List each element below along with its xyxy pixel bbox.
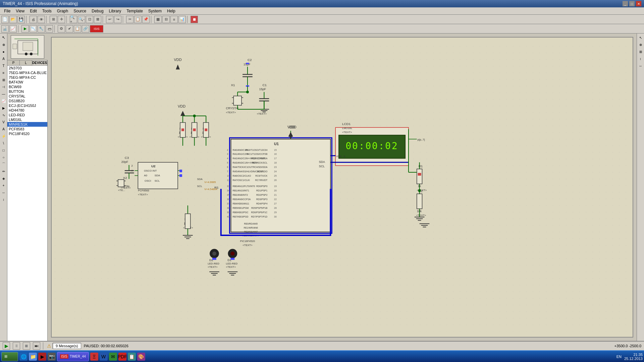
menu-file[interactable]: File <box>1 8 13 14</box>
rt-btn5[interactable]: ↔ <box>637 62 644 69</box>
preview-btn[interactable]: 👁 <box>38 16 45 23</box>
taskbar-isis[interactable]: ISIS TIMER_44 <box>57 352 89 361</box>
menu-edit[interactable]: Edit <box>27 8 40 14</box>
graph-tool[interactable]: 📈 <box>0 98 7 104</box>
wire-btn[interactable]: ⊟ <box>162 16 170 23</box>
device-hd44780[interactable]: HD44780 <box>7 108 47 113</box>
line-tool[interactable]: \ <box>0 140 7 146</box>
tab-p[interactable]: P <box>7 60 20 65</box>
menu-source[interactable]: Source <box>71 8 89 14</box>
start-button[interactable]: ⊞ <box>1 352 18 361</box>
cut-btn[interactable]: ✂ <box>126 16 133 23</box>
bom-btn[interactable]: 📋 <box>74 25 81 33</box>
run-btn[interactable]: ▶ <box>21 25 29 33</box>
taskbar-camera[interactable]: 📷 <box>48 353 56 361</box>
zoomout-btn[interactable]: 🔍- <box>78 16 85 23</box>
taskbar-mail[interactable]: ✉ <box>109 353 117 361</box>
schematic-canvas[interactable]: VDD C2 15pF C1 15pF <box>51 37 633 338</box>
menu-system[interactable]: System <box>146 8 164 14</box>
component-tool[interactable]: ⊕ <box>0 41 7 48</box>
label-tool[interactable]: A <box>0 55 7 62</box>
device-minres1k[interactable]: MINRES1K <box>7 122 47 127</box>
menu-help[interactable]: Help <box>164 8 178 14</box>
grid-btn[interactable]: ⊞ <box>50 16 57 23</box>
prop-btn[interactable]: ⚙ <box>58 25 65 33</box>
gen-tool[interactable]: ∿ <box>0 112 7 118</box>
select-tool[interactable]: ↖ <box>0 34 7 41</box>
paste-btn[interactable]: 📌 <box>142 16 150 23</box>
block-btn[interactable]: ▦ <box>154 16 162 23</box>
pcb-btn[interactable]: ISIS <box>90 25 103 33</box>
new-btn[interactable]: 📄 <box>1 16 9 23</box>
device-ds18b20[interactable]: DS18B20 <box>7 99 47 103</box>
step-button[interactable]: ⏭ <box>33 342 40 350</box>
save-btn[interactable]: 💾 <box>17 16 25 23</box>
device-ecj[interactable]: ECJ-(EC1H150J <box>7 103 47 108</box>
titlebar-controls[interactable]: _ □ ✕ <box>623 1 641 6</box>
box-tool[interactable]: □ <box>0 147 7 154</box>
taskbar-app2[interactable]: 📋 <box>128 353 136 361</box>
path-tool[interactable]: ✏ <box>0 168 7 175</box>
rt-btn3[interactable]: ⊞ <box>637 48 644 55</box>
mirrory-tool[interactable]: ↕ <box>0 196 7 203</box>
rt-btn1[interactable]: ↖ <box>637 34 644 41</box>
vcd-btn[interactable]: 📉 <box>30 25 37 33</box>
compile-btn[interactable]: ◼ <box>191 16 198 23</box>
device-bcw69[interactable]: BCW69 <box>7 84 47 89</box>
sim-btn[interactable]: 🔧 <box>38 25 45 33</box>
taskbar-ie[interactable]: 🌐 <box>19 353 28 361</box>
rt-btn4[interactable]: ↕ <box>637 55 644 62</box>
redo-btn[interactable]: ↪ <box>114 16 121 23</box>
device-pic18f4520[interactable]: PIC18F4520 <box>7 131 47 136</box>
device-led-red[interactable]: LED-RED <box>7 113 47 117</box>
sym-tool[interactable]: ◈ <box>0 175 7 182</box>
device-button[interactable]: BUTTON <box>7 89 47 94</box>
device-bat43w[interactable]: BAT43W <box>7 80 47 84</box>
volt-tool[interactable]: V <box>0 119 7 125</box>
device-2n3703[interactable]: 2N3703 <box>7 66 47 70</box>
play-button[interactable]: ▶ <box>3 342 10 350</box>
menu-library[interactable]: Library <box>106 8 124 14</box>
taskbar-explorer[interactable]: 📁 <box>29 353 37 361</box>
excel-btn[interactable]: 🗃 <box>46 25 53 33</box>
circle-tool[interactable]: ○ <box>0 154 7 161</box>
drc-btn[interactable]: ✔ <box>66 25 73 33</box>
menu-template[interactable]: Template <box>124 8 146 14</box>
zoomfit-btn[interactable]: ⊡ <box>86 16 93 23</box>
menu-graph[interactable]: Graph <box>54 8 71 14</box>
zoomarea-btn[interactable]: ⊠ <box>94 16 101 23</box>
bus-btn[interactable]: ≡ <box>170 16 178 23</box>
bus-tool[interactable]: ≡ <box>0 69 7 76</box>
junction-tool[interactable]: ● <box>0 48 7 55</box>
schematic-area[interactable]: VDD C2 15pF C1 15pF <box>48 34 637 341</box>
taskbar-pdf[interactable]: PDF <box>118 353 126 361</box>
tab-l[interactable]: L <box>20 60 32 65</box>
netexp-btn[interactable]: 🔗 <box>82 25 89 33</box>
device-75eg-mpx4-ca[interactable]: 75EG-MPX4-CA-BLUE <box>7 70 47 75</box>
menu-debug[interactable]: Debug <box>89 8 106 14</box>
tab-devices[interactable]: DEVICES <box>32 60 47 65</box>
message-count[interactable]: 9 Message(s) <box>53 343 81 349</box>
pause-button[interactable]: ⏸ <box>13 342 20 350</box>
copy-btn[interactable]: 📋 <box>134 16 142 23</box>
taskbar-word[interactable]: W <box>100 353 108 361</box>
print-btn[interactable]: 🖨 <box>30 16 37 23</box>
arc-tool[interactable]: ⌒ <box>0 161 7 168</box>
zoomin-btn[interactable]: 🔍+ <box>70 16 77 23</box>
minimize-btn[interactable]: _ <box>623 1 628 6</box>
undo-btn[interactable]: ↩ <box>106 16 113 23</box>
pin-tool[interactable]: — <box>0 90 7 97</box>
curr-tool[interactable]: A <box>0 126 7 132</box>
origin-btn[interactable]: ✛ <box>58 16 65 23</box>
stop-button[interactable]: ⏹ <box>23 342 30 350</box>
rt-btn2[interactable]: ⊕ <box>637 41 644 48</box>
tape-tool[interactable]: ▶ <box>0 105 7 111</box>
device-crystal[interactable]: CRYSTAL <box>7 94 47 99</box>
mark-tool[interactable]: + <box>0 182 7 189</box>
close-btn[interactable]: ✕ <box>636 1 641 6</box>
power-tool[interactable]: ⚡ <box>0 133 7 139</box>
mirrorx-tool[interactable]: ↔ <box>0 189 7 196</box>
menu-tools[interactable]: Tools <box>40 8 54 14</box>
device-75eg-mpx4-cc[interactable]: 75EG-MPX4-CC <box>7 75 47 80</box>
terminal-tool[interactable]: ⊣ <box>0 83 7 90</box>
